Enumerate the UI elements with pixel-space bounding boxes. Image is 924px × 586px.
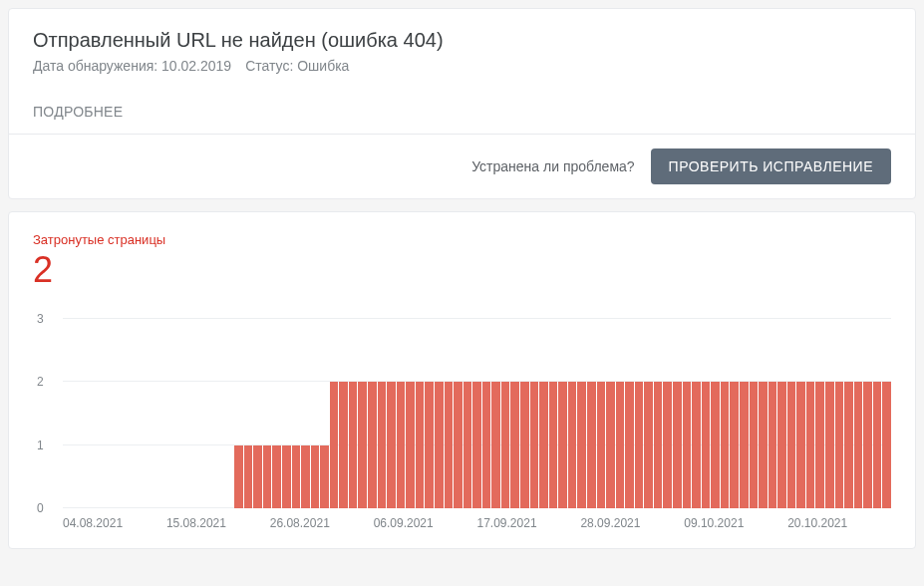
chart-bar (835, 382, 844, 508)
chart-bar (368, 382, 377, 508)
chart-bar (549, 382, 558, 508)
footer-question: Устранена ли проблема? (471, 158, 634, 174)
chart-bar (358, 382, 367, 508)
chart-bar (787, 382, 796, 508)
chart-bar (339, 382, 348, 508)
x-tick-label: 09.10.2021 (684, 516, 787, 530)
chart-bar (510, 382, 519, 508)
chart-bar (416, 382, 425, 508)
chart-bar (568, 382, 577, 508)
chart-bar (683, 382, 692, 508)
chart-bar (292, 445, 301, 508)
chart-bar (491, 382, 500, 508)
chart-bar (445, 382, 454, 508)
chart-bar (759, 382, 768, 508)
chart-bar (873, 382, 882, 508)
detected-label: Дата обнаружения: (33, 58, 157, 74)
x-tick-label: 26.08.2021 (270, 516, 374, 530)
chart-bar (863, 382, 872, 508)
chart-bar (673, 382, 682, 508)
chart-xaxis: 04.08.202115.08.202126.08.202106.09.2021… (63, 516, 891, 530)
chart-bar (320, 445, 329, 508)
x-tick-label: 20.10.2021 (787, 516, 891, 530)
detected-row: Дата обнаружения: 10.02.2019 (33, 58, 231, 74)
chart-bar (472, 382, 481, 508)
chart-bar (301, 445, 310, 508)
issue-title: Отправленный URL не найден (ошибка 404) (33, 29, 891, 52)
chart-bar (311, 445, 320, 508)
chart-bar (750, 382, 759, 508)
chart-bar (234, 445, 243, 508)
chart-bar (501, 382, 510, 508)
chart-bar (769, 382, 777, 508)
chart-bar (796, 382, 805, 508)
chart-bar (644, 382, 653, 508)
chart-bar (606, 382, 615, 508)
chart-bar (406, 382, 415, 508)
chart-bar (378, 382, 387, 508)
chart-bar (253, 445, 262, 508)
chart-bar (330, 382, 339, 508)
chart-bar (702, 382, 711, 508)
chart-bars (63, 319, 891, 508)
status-value: Ошибка (297, 58, 349, 74)
chart-bar (397, 382, 406, 508)
chart-bar (616, 382, 625, 508)
chart-bar (740, 382, 749, 508)
x-tick-label: 15.08.2021 (166, 516, 270, 530)
chart-bar (882, 382, 891, 508)
chart-bar (454, 382, 462, 508)
chart-area: 0123 (63, 319, 891, 508)
chart-bar (844, 382, 853, 508)
affected-pages-label: Затронутые страницы (33, 232, 891, 247)
y-tick-label: 2 (37, 375, 44, 389)
chart-bar (272, 445, 281, 508)
chart-bar (692, 382, 701, 508)
chart-bar (635, 382, 644, 508)
status-label: Статус: (245, 58, 293, 74)
chart-bar (777, 382, 786, 508)
x-tick-label: 04.08.2021 (63, 516, 166, 530)
chart-bar (806, 382, 815, 508)
chart-bar (711, 382, 720, 508)
chart-bar (597, 382, 606, 508)
status-row: Статус: Ошибка (245, 58, 349, 74)
y-tick-label: 0 (37, 501, 44, 515)
chart-bar (730, 382, 739, 508)
validate-fix-button[interactable]: ПРОВЕРИТЬ ИСПРАВЛЕНИЕ (651, 148, 891, 184)
issue-card: Отправленный URL не найден (ошибка 404) … (8, 8, 916, 199)
chart-bar (815, 382, 824, 508)
chart-bar (539, 382, 548, 508)
chart-bar (349, 382, 358, 508)
chart-bar (425, 382, 434, 508)
chart-bar (625, 382, 634, 508)
affected-pages-count: 2 (33, 249, 891, 291)
chart-bar (654, 382, 663, 508)
x-tick-label: 17.09.2021 (477, 516, 581, 530)
chart-bar (463, 382, 472, 508)
chart-bar (663, 382, 672, 508)
y-tick-label: 3 (37, 312, 44, 326)
y-tick-label: 1 (37, 439, 44, 452)
chart-bar (587, 382, 596, 508)
chart-bar (558, 382, 567, 508)
x-tick-label: 28.09.2021 (580, 516, 684, 530)
chart-bar (854, 382, 863, 508)
chart-bar (482, 382, 491, 508)
chart-bar (577, 382, 586, 508)
chart-bar (244, 445, 253, 508)
details-link[interactable]: ПОДРОБНЕЕ (33, 104, 891, 120)
x-tick-label: 06.09.2021 (374, 516, 477, 530)
chart-bar (282, 445, 291, 508)
chart-bar (263, 445, 272, 508)
chart-bar (520, 382, 529, 508)
issue-header: Отправленный URL не найден (ошибка 404) … (9, 9, 915, 134)
issue-meta: Дата обнаружения: 10.02.2019 Статус: Оши… (33, 58, 891, 74)
chart-bar (721, 382, 730, 508)
chart-bar (387, 382, 396, 508)
chart-bar (825, 382, 834, 508)
chart-card: Затронутые страницы 2 0123 04.08.202115.… (8, 211, 916, 549)
issue-footer: Устранена ли проблема? ПРОВЕРИТЬ ИСПРАВЛ… (9, 134, 915, 198)
detected-date: 10.02.2019 (161, 58, 231, 74)
chart-bar (530, 382, 539, 508)
